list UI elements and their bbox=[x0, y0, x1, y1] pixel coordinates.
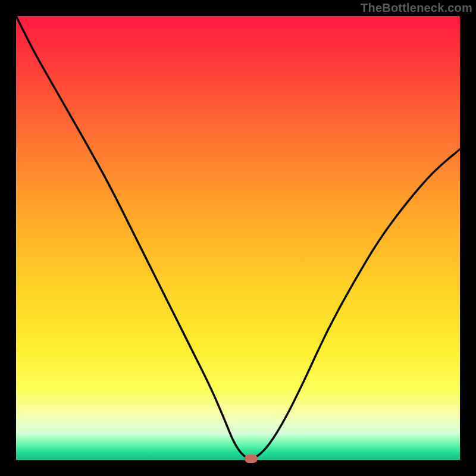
chart-frame: TheBottleneck.com bbox=[0, 0, 476, 476]
bottleneck-curve bbox=[16, 16, 460, 460]
curve-path bbox=[16, 16, 460, 460]
watermark-text: TheBottleneck.com bbox=[361, 1, 472, 15]
optimal-point-marker bbox=[245, 455, 258, 463]
